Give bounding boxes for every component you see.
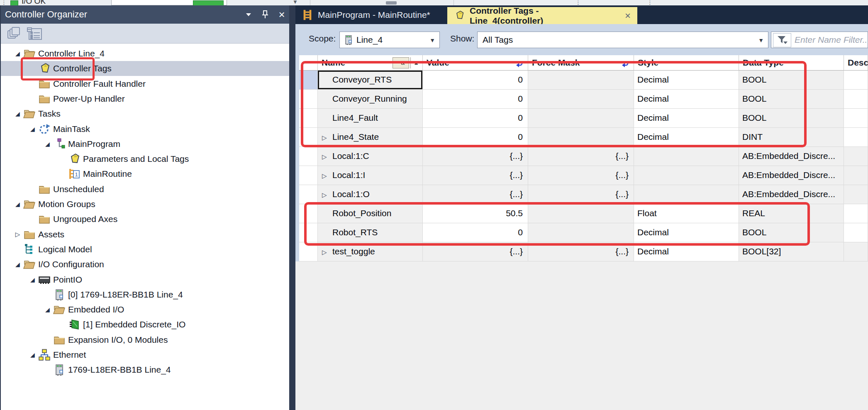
cell-data-type[interactable]: BOOL (739, 90, 844, 109)
collapse-icon[interactable]: ◢ (42, 306, 53, 313)
row-selector[interactable] (299, 166, 318, 185)
cell-value[interactable]: {...} (423, 147, 528, 166)
tree-item-ethernet[interactable]: ◢Ethernet (1, 347, 289, 362)
cell-style[interactable]: Decimal (634, 128, 739, 147)
cell-data-type[interactable]: AB:Embedded_Discre... (739, 185, 844, 204)
name-filter-field[interactable]: Enter Name Filter... (771, 32, 868, 48)
tree-item-tasks[interactable]: ◢Tasks (1, 106, 289, 121)
cell-value[interactable]: 0 (423, 109, 528, 128)
collapse-icon[interactable]: ◢ (12, 261, 23, 268)
scope-dropdown[interactable]: Line_4 ▼ (339, 32, 440, 48)
tab-controller-tags-line-4-controller[interactable]: Controller Tags - Line_4(controller)× (447, 7, 637, 24)
expand-icon[interactable]: ▷ (318, 129, 332, 147)
tree-item-controller-tags[interactable]: Controller Tags (1, 61, 289, 76)
tree-item-power-up-handler[interactable]: Power-Up Handler (1, 91, 289, 106)
cell-data-type[interactable]: AB:Embedded_Discre... (739, 147, 844, 166)
tree-item-assets[interactable]: ▷Assets (1, 227, 289, 242)
expand-icon[interactable]: ▷ (318, 243, 332, 261)
cell-style[interactable] (634, 185, 739, 204)
cell-force-mask[interactable] (528, 71, 634, 90)
cell-force-mask[interactable]: {...} (528, 242, 634, 261)
list-details-icon[interactable] (27, 27, 43, 42)
expand-icon[interactable]: ▷ (318, 148, 332, 166)
cell-data-type[interactable]: BOOL (739, 109, 844, 128)
column-header-force-mask[interactable]: Force Mask (528, 55, 634, 71)
collapse-icon[interactable]: ◢ (27, 126, 38, 132)
cell-data-type[interactable]: BOOL[32] (739, 242, 844, 261)
expand-icon[interactable]: ▷ (12, 231, 23, 238)
cell-description[interactable] (844, 90, 868, 109)
cell-value[interactable]: 0 (423, 90, 528, 109)
cell-description[interactable] (844, 185, 868, 204)
row-selector[interactable] (299, 147, 318, 166)
cell-data-type[interactable]: REAL (739, 204, 844, 223)
cell-value[interactable]: 0 (423, 71, 528, 90)
collapse-icon[interactable]: ◢ (12, 50, 23, 57)
cell-description[interactable] (844, 242, 868, 261)
sort-ascending-icon[interactable]: ▲ (413, 60, 419, 66)
cell-description[interactable] (844, 109, 868, 128)
cell-data-type[interactable]: BOOL (739, 71, 844, 90)
window-menu-icon[interactable] (240, 7, 257, 22)
collapse-icon[interactable]: ◢ (27, 351, 38, 358)
tree-item-1769-l18er-bb1b-line-4[interactable]: 1769-L18ER-BB1B Line_4 (1, 362, 289, 377)
cell-value[interactable]: {...} (423, 242, 528, 261)
cell-style[interactable]: Decimal (634, 109, 739, 128)
cell-description[interactable] (844, 223, 868, 242)
cell-style[interactable]: Decimal (634, 71, 739, 90)
cell-name[interactable]: Robot_RTS (318, 223, 423, 242)
tree-item-logical-model[interactable]: Logical Model (1, 242, 289, 257)
row-selector[interactable] (299, 109, 318, 128)
column-header-name[interactable]: Name−a▲ (318, 55, 423, 71)
cell-force-mask[interactable] (528, 204, 634, 223)
cell-value[interactable]: 0 (423, 128, 528, 147)
cell-style[interactable]: Decimal (634, 223, 739, 242)
cell-value[interactable]: {...} (423, 166, 528, 185)
cell-name[interactable]: Robot_Position (318, 204, 423, 223)
column-header-description[interactable]: Desc (844, 55, 868, 71)
toolbar-overflow-icon[interactable]: ⋮ (575, 0, 580, 6)
column-header-style[interactable]: Style (634, 55, 739, 71)
cell-data-type[interactable]: AB:Embedded_Discre... (739, 166, 844, 185)
row-selector[interactable] (299, 128, 318, 147)
cell-name[interactable]: Conveyor_RTS (318, 71, 423, 90)
pin-icon[interactable] (257, 7, 273, 22)
cell-name[interactable]: Conveyor_Running (318, 90, 423, 109)
cell-data-type[interactable]: BOOL (739, 223, 844, 242)
cell-force-mask[interactable] (528, 109, 634, 128)
funnel-icon[interactable] (773, 33, 791, 47)
row-selector[interactable] (299, 223, 318, 242)
cell-name[interactable]: ▷Local:1:I (318, 166, 423, 185)
tree-item-controller-line-4[interactable]: ◢Controller Line_4 (1, 46, 289, 61)
combobox-caret-icon[interactable]: ▼ (293, 0, 298, 5)
cell-name[interactable]: Line4_Fault (318, 109, 423, 128)
expand-icon[interactable]: ▷ (318, 167, 332, 185)
tree-item-controller-fault-handler[interactable]: Controller Fault Handler (1, 76, 289, 91)
stacked-pages-icon[interactable] (7, 27, 22, 41)
tree-item-expansion-i-o-0-modules[interactable]: Expansion I/O, 0 Modules (1, 332, 289, 347)
row-selector[interactable] (299, 242, 318, 261)
tree-item-parameters-and-local-tags[interactable]: Parameters and Local Tags (1, 151, 289, 166)
cell-force-mask[interactable] (528, 223, 634, 242)
cell-description[interactable] (844, 128, 868, 147)
cell-style[interactable]: Decimal (634, 90, 739, 109)
tree-item-mainroutine[interactable]: 1MainRoutine (1, 166, 289, 181)
cell-style[interactable]: Decimal (634, 242, 739, 261)
column-header-data-type[interactable]: Data Type (739, 55, 844, 71)
expand-icon[interactable]: ▷ (318, 186, 332, 204)
cell-description[interactable] (844, 147, 868, 166)
cell-value[interactable]: 50.5 (423, 204, 528, 223)
cell-data-type[interactable]: DINT (739, 128, 844, 147)
cell-name[interactable]: ▷Line4_State (318, 128, 423, 147)
column-header-value[interactable]: Value (423, 55, 528, 71)
tree-item-embedded-i-o[interactable]: ◢Embedded I/O (1, 302, 289, 317)
cell-force-mask[interactable]: {...} (528, 185, 634, 204)
tree-item-maintask[interactable]: ◢MainTask (1, 122, 289, 137)
cell-description[interactable] (844, 71, 868, 90)
show-dropdown[interactable]: All Tags ▼ (477, 32, 768, 48)
name-column-options-button[interactable]: −a (393, 57, 409, 68)
row-selector[interactable] (299, 185, 318, 204)
cell-force-mask[interactable] (528, 128, 634, 147)
cell-description[interactable] (844, 204, 868, 223)
cell-force-mask[interactable] (528, 90, 634, 109)
